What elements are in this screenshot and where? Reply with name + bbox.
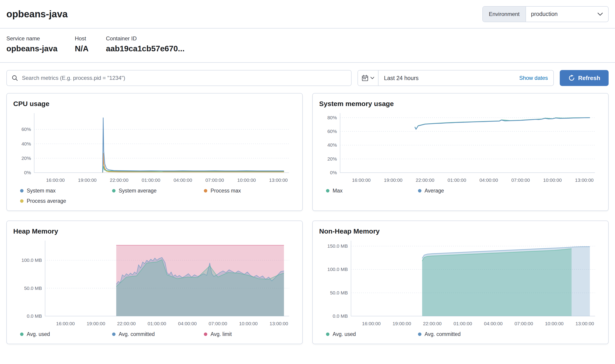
stat-value: opbeans-java — [6, 44, 57, 53]
legend-item[interactable]: Average — [418, 188, 510, 194]
search-icon — [11, 75, 18, 81]
non-heap-memory-chart[interactable]: 0.0 MB50.0 MB100.0 MB150.0 MB16:00:0019:… — [319, 238, 602, 329]
svg-text:60%: 60% — [21, 127, 31, 132]
svg-text:04:00:00: 04:00:00 — [484, 321, 503, 326]
svg-text:01:00:00: 01:00:00 — [448, 177, 466, 183]
svg-text:20%: 20% — [327, 156, 337, 161]
refresh-label: Refresh — [578, 75, 600, 82]
svg-text:19:00:00: 19:00:00 — [86, 321, 105, 326]
legend-item[interactable]: Avg. used — [20, 331, 112, 337]
svg-text:10:00:00: 10:00:00 — [543, 177, 561, 183]
refresh-icon — [568, 75, 575, 81]
stat-label: Container ID — [106, 35, 184, 42]
cpu-usage-panel: CPU usage 0%20%40%60%16:00:0019:00:0022:… — [6, 93, 303, 211]
environment-select[interactable]: production — [526, 7, 608, 22]
heap-memory-legend: Avg. usedAvg. committedAvg. limit — [20, 331, 296, 337]
system-memory-panel: System memory usage 0%20%40%60%80%16:00:… — [312, 93, 609, 211]
legend-dot-icon — [204, 333, 207, 336]
svg-text:16:00:00: 16:00:00 — [56, 321, 75, 326]
chevron-down-icon — [597, 12, 603, 16]
stat-label: Service name — [6, 35, 57, 42]
legend-item[interactable]: Process max — [204, 188, 296, 194]
legend-dot-icon — [326, 333, 329, 336]
legend-item[interactable]: System max — [20, 188, 112, 194]
svg-text:13:00:00: 13:00:00 — [270, 321, 288, 326]
date-picker: Last 24 hours Show dates — [357, 70, 554, 86]
svg-text:10:00:00: 10:00:00 — [545, 321, 563, 326]
legend-item[interactable]: Avg. used — [326, 331, 418, 337]
legend-dot-icon — [326, 189, 329, 193]
svg-text:0.0 MB: 0.0 MB — [333, 313, 348, 319]
chart-title: CPU usage — [13, 100, 296, 108]
legend-dot-icon — [112, 189, 116, 193]
cpu-usage-chart[interactable]: 0%20%40%60%16:00:0019:00:0022:00:0001:00… — [13, 111, 296, 186]
calendar-icon — [362, 75, 369, 81]
legend-dot-icon — [112, 333, 116, 336]
svg-text:04:00:00: 04:00:00 — [174, 177, 192, 183]
charts-grid: CPU usage 0%20%40%60%16:00:0019:00:0022:… — [6, 93, 609, 344]
chevron-down-icon — [370, 77, 374, 79]
svg-text:0.0 MB: 0.0 MB — [27, 313, 42, 319]
svg-text:16:00:00: 16:00:00 — [46, 177, 65, 183]
svg-text:13:00:00: 13:00:00 — [269, 177, 288, 183]
show-dates-link[interactable]: Show dates — [519, 75, 548, 81]
svg-text:01:00:00: 01:00:00 — [142, 177, 160, 183]
svg-text:50.0 MB: 50.0 MB — [24, 285, 42, 291]
svg-text:16:00:00: 16:00:00 — [362, 321, 381, 326]
svg-text:04:00:00: 04:00:00 — [479, 177, 498, 183]
legend-item[interactable]: Avg. limit — [204, 331, 296, 337]
stat-host: Host N/A — [75, 35, 89, 53]
search-box — [6, 70, 352, 86]
legend-label: Process max — [210, 188, 241, 194]
svg-text:13:00:00: 13:00:00 — [575, 177, 594, 183]
legend-dot-icon — [418, 189, 421, 193]
legend-label: System max — [27, 188, 56, 194]
legend-item[interactable]: Max — [326, 188, 418, 194]
legend-item[interactable]: Avg. committed — [418, 331, 510, 337]
legend-label: Avg. committed — [119, 331, 155, 337]
svg-text:40%: 40% — [327, 142, 337, 148]
calendar-button[interactable] — [358, 70, 379, 86]
legend-item[interactable]: System average — [112, 188, 204, 194]
stat-label: Host — [75, 35, 89, 42]
svg-text:13:00:00: 13:00:00 — [575, 321, 594, 326]
svg-text:60%: 60% — [327, 129, 337, 134]
legend-label: Average — [425, 188, 444, 194]
heap-memory-chart[interactable]: 0.0 MB50.0 MB100.0 MB16:00:0019:00:0022:… — [13, 238, 296, 329]
svg-text:16:00:00: 16:00:00 — [352, 177, 370, 183]
legend-item[interactable]: Avg. committed — [112, 331, 204, 337]
svg-text:0%: 0% — [24, 170, 31, 175]
legend-label: System average — [119, 188, 157, 194]
svg-text:07:00:00: 07:00:00 — [205, 177, 224, 183]
system-memory-legend: MaxAverage — [326, 188, 602, 194]
system-memory-chart[interactable]: 0%20%40%60%80%16:00:0019:00:0022:00:0001… — [319, 111, 602, 186]
heap-memory-panel: Heap Memory 0.0 MB50.0 MB100.0 MB16:00:0… — [6, 221, 303, 344]
svg-text:22:00:00: 22:00:00 — [423, 321, 441, 326]
svg-text:100.0 MB: 100.0 MB — [21, 258, 42, 263]
legend-label: Avg. used — [27, 331, 50, 337]
svg-text:07:00:00: 07:00:00 — [515, 321, 533, 326]
svg-text:22:00:00: 22:00:00 — [117, 321, 136, 326]
stat-value: aab19ca1cb57e670... — [106, 44, 184, 53]
svg-text:100.0 MB: 100.0 MB — [327, 267, 348, 272]
metrics-toolbar: Last 24 hours Show dates Refresh — [6, 70, 609, 86]
svg-text:07:00:00: 07:00:00 — [209, 321, 227, 326]
legend-label: Max — [333, 188, 342, 194]
svg-text:07:00:00: 07:00:00 — [511, 177, 530, 183]
refresh-button[interactable]: Refresh — [560, 70, 609, 86]
svg-text:10:00:00: 10:00:00 — [237, 177, 256, 183]
svg-text:22:00:00: 22:00:00 — [110, 177, 128, 183]
environment-label: Environment — [483, 7, 526, 22]
svg-text:19:00:00: 19:00:00 — [384, 177, 402, 183]
svg-text:50.0 MB: 50.0 MB — [330, 290, 348, 295]
legend-label: Avg. limit — [210, 331, 232, 337]
svg-text:04:00:00: 04:00:00 — [178, 321, 197, 326]
date-range-display[interactable]: Last 24 hours Show dates — [379, 75, 553, 81]
legend-item[interactable]: Process average — [20, 198, 112, 204]
legend-label: Avg. used — [333, 331, 356, 337]
stat-value: N/A — [75, 44, 89, 53]
legend-dot-icon — [20, 333, 24, 336]
search-input[interactable] — [22, 75, 347, 81]
legend-label: Process average — [27, 198, 66, 204]
date-range-value: Last 24 hours — [384, 75, 419, 81]
